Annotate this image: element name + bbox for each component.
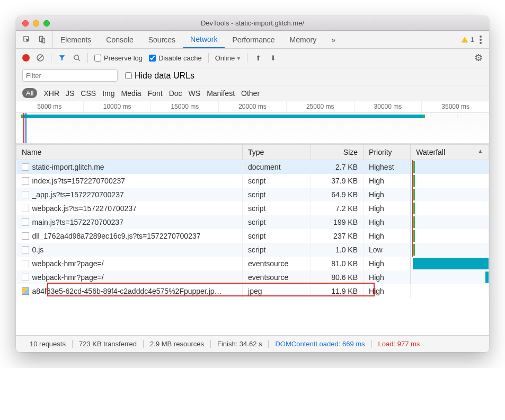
svg-point-5 (74, 55, 78, 59)
col-size[interactable]: Size (311, 145, 363, 160)
tab-bar: ElementsConsoleSourcesNetworkPerformance… (16, 31, 489, 49)
request-table: Name Type Size Priority Waterfall▲ stati… (16, 144, 489, 335)
settings-icon[interactable]: ⚙ (474, 52, 483, 64)
file-icon (22, 260, 29, 267)
network-toolbar: Preserve log Disable cache Online▾ ⬆ ⬇ ⚙ (16, 49, 489, 67)
file-icon (22, 191, 29, 198)
file-icon (22, 218, 29, 226)
inspect-tools (16, 31, 53, 48)
timeline-tick: 25000 ms (286, 101, 354, 112)
titlebar: DevTools - static-import.glitch.me/ (16, 16, 489, 31)
type-filter-css[interactable]: CSS (81, 89, 96, 98)
filter-icon[interactable] (58, 54, 66, 62)
footer-finish: Finish: 34.62 s (210, 340, 269, 348)
col-priority[interactable]: Priority (364, 145, 411, 160)
footer-load: Load: 977 ms (371, 340, 427, 348)
inspect-icon[interactable] (23, 36, 31, 43)
preserve-log-checkbox[interactable]: Preserve log (94, 54, 143, 62)
footer-dcl: DOMContentLoaded: 669 ms (268, 340, 371, 348)
type-filter-manifest[interactable]: Manifest (207, 89, 235, 98)
table-row[interactable]: static-import.glitch.medocument2.7 KBHig… (16, 160, 489, 174)
col-type[interactable]: Type (243, 145, 311, 160)
footer-resources: 2.9 MB resources (143, 340, 210, 348)
type-filter-xhr[interactable]: XHR (43, 89, 59, 98)
hide-data-urls-checkbox[interactable]: Hide data URLs (125, 71, 194, 81)
type-filter-row: AllXHRJSCSSImgMediaFontDocWSManifestOthe… (16, 85, 489, 101)
tab-elements[interactable]: Elements (53, 31, 99, 48)
col-waterfall[interactable]: Waterfall▲ (411, 145, 489, 160)
file-icon (22, 163, 29, 171)
timeline-tick: 20000 ms (218, 101, 286, 112)
svg-rect-2 (41, 38, 45, 43)
table-row[interactable]: main.js?ts=1572270700237script199 KBHigh (16, 215, 489, 229)
devtools-window: DevTools - static-import.glitch.me/ Elem… (16, 16, 489, 352)
timeline-tick: 15000 ms (150, 101, 218, 112)
tab-console[interactable]: Console (99, 31, 140, 48)
file-icon (22, 205, 29, 212)
table-row[interactable]: 0.jsscript1.0 KBLow (16, 243, 489, 257)
table-row[interactable]: a84f63e5-62cd-456b-89f4-c2adddc4e575%2Fp… (16, 284, 489, 298)
file-icon (22, 232, 29, 240)
svg-line-6 (78, 59, 80, 61)
table-row[interactable]: index.js?ts=1572270700237script37.9 KBHi… (16, 174, 489, 188)
kebab-menu[interactable] (480, 36, 482, 44)
record-button[interactable] (22, 54, 30, 62)
search-icon[interactable] (73, 54, 81, 62)
throttling-select[interactable]: Online▾ (215, 54, 241, 62)
clear-button[interactable] (36, 54, 45, 62)
file-icon (22, 274, 29, 281)
warning-icon (461, 36, 468, 43)
type-filter-media[interactable]: Media (121, 89, 141, 98)
device-icon[interactable] (38, 36, 46, 43)
type-filter-font[interactable]: Font (148, 89, 163, 98)
filter-row: Hide data URLs (16, 67, 489, 85)
timeline-tick: 10000 ms (83, 101, 151, 112)
more-tabs[interactable]: » (324, 31, 343, 48)
table-row[interactable]: dll_1762a4d98a7289ec16c9.js?ts=157227070… (16, 229, 489, 243)
type-filter-doc[interactable]: Doc (169, 89, 182, 98)
table-row[interactable]: webpack.js?ts=1572270700237script7.2 KBH… (16, 202, 489, 215)
type-filter-all[interactable]: All (22, 88, 37, 98)
warning-badge[interactable]: 1 (461, 36, 474, 43)
file-icon (22, 177, 29, 185)
footer-requests: 10 requests (23, 340, 72, 348)
type-filter-img[interactable]: Img (102, 89, 114, 98)
timeline-tick: 30000 ms (354, 101, 422, 112)
type-filter-js[interactable]: JS (66, 89, 74, 98)
tab-performance[interactable]: Performance (225, 31, 282, 48)
table-row[interactable]: _app.js?ts=1572270700237script64.9 KBHig… (16, 188, 489, 202)
type-filter-other[interactable]: Other (241, 89, 260, 98)
timeline[interactable]: 5000 ms10000 ms15000 ms20000 ms25000 ms3… (16, 101, 489, 144)
status-bar: 10 requests 723 KB transferred 2.9 MB re… (16, 335, 489, 352)
upload-icon[interactable]: ⬆ (254, 54, 262, 62)
tab-sources[interactable]: Sources (141, 31, 183, 48)
table-row[interactable]: webpack-hmr?page=/eventsource80.6 KBHigh (16, 270, 489, 284)
tab-network[interactable]: Network (183, 31, 225, 48)
type-filter-ws[interactable]: WS (189, 89, 201, 98)
timeline-tick: 5000 ms (16, 101, 83, 112)
file-icon (22, 287, 29, 295)
col-name[interactable]: Name (16, 145, 243, 160)
disable-cache-checkbox[interactable]: Disable cache (149, 54, 202, 62)
file-icon (22, 246, 29, 253)
svg-rect-1 (39, 36, 42, 41)
timeline-tick: 35000 ms (421, 101, 489, 112)
filter-input[interactable] (22, 69, 118, 82)
table-row[interactable]: webpack-hmr?page=/eventsource81.0 KBHigh (16, 257, 489, 270)
footer-transferred: 723 KB transferred (72, 340, 143, 348)
svg-line-4 (38, 56, 42, 60)
download-icon[interactable]: ⬇ (269, 54, 277, 62)
window-title: DevTools - static-import.glitch.me/ (16, 19, 489, 27)
tab-memory[interactable]: Memory (282, 31, 324, 48)
